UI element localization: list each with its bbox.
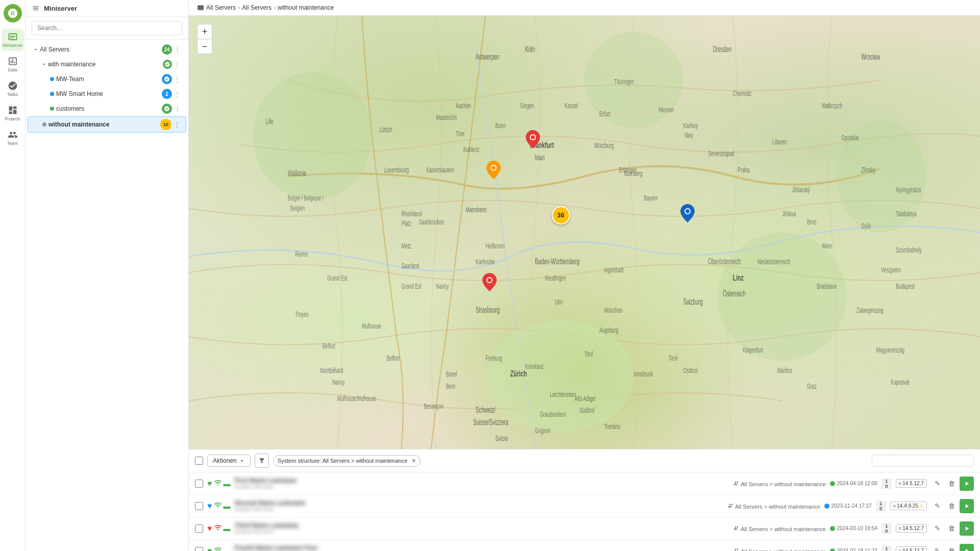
- map-pin-austria[interactable]: [680, 204, 695, 224]
- nav-projects[interactable]: Projects: [2, 102, 24, 124]
- tree-item-mw-smart-home[interactable]: MW Smart Home 2 ⋮: [28, 87, 186, 101]
- block-icon-4: ▬: [224, 547, 231, 552]
- cluster-badge-36[interactable]: 36: [552, 206, 570, 224]
- status-dot-2: [824, 504, 829, 509]
- row-2-num: 1 0: [876, 500, 886, 512]
- table-row: ♥ ▬ Second Name Lastname location info h…: [189, 495, 980, 517]
- block-icon-2: ▬: [224, 502, 231, 510]
- row-1-location: All Servers > without maintenance: [733, 480, 826, 487]
- aktionen-chevron-icon: [239, 458, 245, 464]
- tree-item-mw-team[interactable]: MW-Team ⋮: [28, 72, 186, 86]
- row-4-delete-button[interactable]: 🗑: [945, 545, 958, 552]
- map-pin-mannheim[interactable]: [486, 161, 501, 181]
- row-1-info: First Name Lastname location info here: [235, 477, 729, 490]
- row-2-go-button[interactable]: [960, 499, 974, 513]
- nav-tasks[interactable]: Tasks: [2, 78, 24, 100]
- row-1-sub: location info here: [235, 484, 729, 490]
- row-2-date: 2023-11-24 17:27: [824, 503, 872, 509]
- map-pin-frankfurt[interactable]: [526, 130, 540, 150]
- status-dot-4: [830, 548, 835, 552]
- svg-point-110: [531, 135, 535, 139]
- more-all-servers[interactable]: ⋮: [172, 44, 182, 55]
- select-all-checkbox[interactable]: [195, 457, 203, 465]
- row-2-actions: ✎ 🗑: [931, 499, 974, 513]
- wifi-icon-3: [214, 523, 222, 533]
- row-3-date: 2024-03-10 19:54: [830, 525, 877, 531]
- filter-chip-remove[interactable]: ✕: [411, 458, 416, 464]
- badge-mw-smart-home: 2: [162, 89, 172, 99]
- row-2-checkbox[interactable]: [195, 502, 203, 510]
- location-icon-3: [733, 525, 740, 531]
- row-2-delete-button[interactable]: 🗑: [945, 500, 958, 512]
- row-1-checkbox[interactable]: [195, 480, 203, 488]
- row-3-checkbox[interactable]: [195, 524, 203, 533]
- toggle-with-maintenance[interactable]: [40, 60, 48, 68]
- sidebar-title: Miniserver: [44, 5, 77, 12]
- row-4-checkbox[interactable]: [195, 547, 203, 552]
- breadcrumb-sep-1: ›: [238, 4, 240, 11]
- tree-item-without-maintenance[interactable]: without maintenance 10 ⋮: [28, 116, 186, 133]
- more-without-maintenance[interactable]: ⋮: [172, 119, 182, 130]
- more-with-maintenance[interactable]: ⋮: [172, 59, 182, 69]
- row-4-location: All Servers > without maintenance: [733, 547, 826, 552]
- block-icon-3: ▬: [224, 524, 231, 533]
- row-2-location: All Servers > without maintenance: [728, 503, 820, 510]
- nav-data-label: Data: [8, 67, 17, 72]
- row-2-edit-button[interactable]: ✎: [931, 500, 943, 512]
- map-terrain: [189, 16, 980, 449]
- filter-button[interactable]: [255, 454, 269, 468]
- wifi-icon-1: [214, 479, 222, 488]
- more-mw-smart-home[interactable]: ⋮: [172, 89, 182, 99]
- row-3-delete-button[interactable]: 🗑: [945, 522, 958, 535]
- row-3-edit-button[interactable]: ✎: [931, 522, 943, 535]
- row-1-go-button[interactable]: [960, 477, 974, 491]
- tree-item-customers[interactable]: customers ⋮: [28, 102, 186, 116]
- heart-icon-1: ♥: [207, 479, 212, 488]
- main-content: All Servers › All Servers › without main…: [189, 0, 980, 551]
- table-area: Aktionen System structure: All Servers >…: [189, 449, 980, 551]
- map-pin-zurich[interactable]: [482, 273, 497, 293]
- search-input[interactable]: [32, 21, 182, 35]
- block-icon-1: ▬: [224, 480, 231, 488]
- nav-miniserver[interactable]: Miniserver: [2, 29, 24, 51]
- svg-point-114: [487, 278, 492, 282]
- nav-team-label: Team: [7, 141, 18, 146]
- more-mw-team[interactable]: ⋮: [172, 74, 182, 84]
- tree-item-all-servers[interactable]: All Servers 24 ⋮: [28, 42, 186, 57]
- row-3-num: 1 0: [881, 523, 892, 534]
- tree-label-customers: customers: [56, 105, 160, 112]
- row-3-go-button[interactable]: [960, 521, 974, 536]
- nav-data[interactable]: Data: [2, 53, 24, 76]
- zoom-in-button[interactable]: +: [198, 24, 212, 39]
- more-customers[interactable]: ⋮: [172, 104, 182, 114]
- row-1-delete-button[interactable]: 🗑: [945, 478, 958, 490]
- row-3-sub: location info here: [235, 529, 729, 535]
- zoom-out-button[interactable]: −: [198, 39, 212, 54]
- sidebar: Miniserver All Servers 24 ⋮ with mainten…: [26, 0, 189, 551]
- table-search-input[interactable]: [872, 455, 974, 467]
- row-2-name: Second Name Lastname: [235, 499, 724, 507]
- map-container[interactable]: Antwerpen Köln Dresden Thüringen Frankfu…: [189, 16, 980, 449]
- dot-mw-smart-home: [50, 92, 54, 96]
- row-4-num: 1 0: [881, 545, 892, 552]
- row-3-version: ≈ 14.5.12.7: [896, 524, 927, 533]
- nav-miniserver-label: Miniserver: [3, 43, 22, 48]
- app-logo: [4, 4, 22, 22]
- tree-label-with-maintenance: with maintenance: [48, 61, 161, 68]
- row-4-date: 2024-02-19 11:27: [830, 548, 877, 551]
- row-4-version: ≈ 14.5.12.7: [896, 546, 927, 551]
- aktionen-button[interactable]: Aktionen: [207, 455, 251, 467]
- dot-mw-team: [50, 77, 54, 81]
- tree-item-with-maintenance[interactable]: with maintenance ⋮: [28, 57, 186, 71]
- row-1-edit-button[interactable]: ✎: [931, 478, 943, 490]
- nav-projects-label: Projects: [5, 116, 20, 121]
- row-4-edit-button[interactable]: ✎: [931, 545, 943, 552]
- toggle-all-servers[interactable]: [32, 45, 40, 54]
- filter-chip[interactable]: System structure: All Servers > without …: [273, 455, 421, 467]
- nav-team[interactable]: Team: [2, 127, 24, 149]
- table-row: ♥ ▬ Fourth Name Lastname Four location i…: [189, 540, 980, 551]
- row-2-version: ≈ 14.4.9.25 ⚠: [890, 502, 927, 510]
- location-icon-1: [733, 480, 740, 486]
- badge-all-servers: 24: [162, 44, 172, 55]
- row-4-go-button[interactable]: [960, 544, 974, 552]
